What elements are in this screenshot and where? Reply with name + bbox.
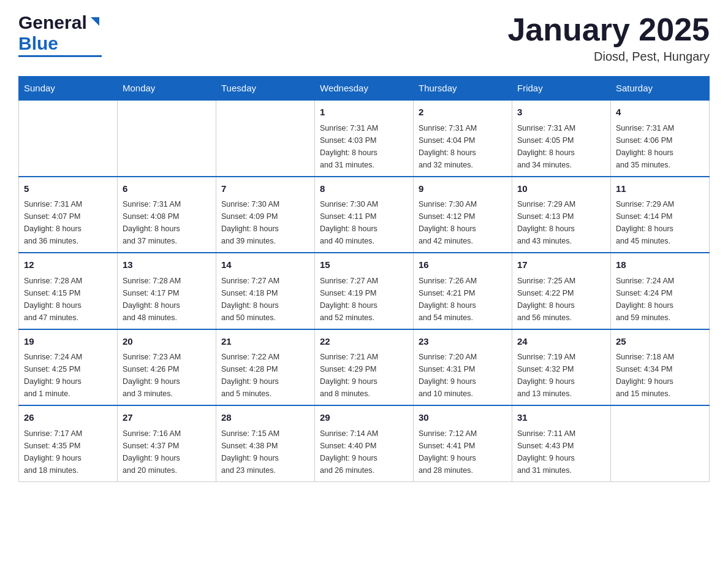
calendar-week-row: 12Sunrise: 7:28 AMSunset: 4:15 PMDayligh… — [19, 253, 710, 329]
day-info: Sunrise: 7:28 AMSunset: 4:15 PMDaylight:… — [24, 275, 112, 324]
day-number: 10 — [517, 182, 605, 196]
day-info: Sunrise: 7:24 AMSunset: 4:25 PMDaylight:… — [24, 351, 112, 400]
day-info: Sunrise: 7:30 AMSunset: 4:12 PMDaylight:… — [419, 198, 507, 247]
day-number: 29 — [320, 411, 408, 425]
calendar-cell: 8Sunrise: 7:30 AMSunset: 4:11 PMDaylight… — [315, 177, 414, 253]
day-number: 9 — [419, 182, 507, 196]
calendar-cell — [216, 100, 315, 177]
day-number: 6 — [123, 182, 211, 196]
day-info: Sunrise: 7:20 AMSunset: 4:31 PMDaylight:… — [419, 351, 507, 400]
day-number: 28 — [221, 411, 309, 425]
day-info: Sunrise: 7:21 AMSunset: 4:29 PMDaylight:… — [320, 351, 408, 400]
day-info: Sunrise: 7:27 AMSunset: 4:19 PMDaylight:… — [320, 275, 408, 324]
calendar-cell — [118, 100, 216, 177]
calendar-cell: 23Sunrise: 7:20 AMSunset: 4:31 PMDayligh… — [414, 329, 512, 406]
calendar-cell: 5Sunrise: 7:31 AMSunset: 4:07 PMDaylight… — [19, 177, 118, 253]
calendar-cell: 22Sunrise: 7:21 AMSunset: 4:29 PMDayligh… — [315, 329, 414, 406]
day-number: 27 — [123, 411, 211, 425]
day-number: 21 — [221, 335, 309, 349]
calendar-cell: 6Sunrise: 7:31 AMSunset: 4:08 PMDaylight… — [118, 177, 216, 253]
calendar-table: SundayMondayTuesdayWednesdayThursdayFrid… — [18, 76, 710, 482]
day-info: Sunrise: 7:29 AMSunset: 4:14 PMDaylight:… — [616, 198, 704, 247]
day-info: Sunrise: 7:24 AMSunset: 4:24 PMDaylight:… — [616, 275, 704, 324]
day-info: Sunrise: 7:22 AMSunset: 4:28 PMDaylight:… — [221, 351, 309, 400]
svg-marker-0 — [91, 17, 99, 26]
logo: General Blue — [18, 12, 102, 57]
logo-general-text: General — [18, 12, 87, 33]
calendar-cell: 13Sunrise: 7:28 AMSunset: 4:17 PMDayligh… — [118, 253, 216, 329]
calendar-cell: 19Sunrise: 7:24 AMSunset: 4:25 PMDayligh… — [19, 329, 118, 406]
day-header-tuesday: Tuesday — [216, 77, 315, 101]
calendar-week-row: 5Sunrise: 7:31 AMSunset: 4:07 PMDaylight… — [19, 177, 710, 253]
day-info: Sunrise: 7:31 AMSunset: 4:06 PMDaylight:… — [616, 122, 704, 171]
calendar-cell: 25Sunrise: 7:18 AMSunset: 4:34 PMDayligh… — [611, 329, 710, 406]
day-number: 1 — [320, 105, 408, 120]
day-number: 30 — [419, 411, 507, 425]
day-number: 17 — [517, 258, 605, 272]
day-number: 14 — [221, 258, 309, 272]
day-info: Sunrise: 7:17 AMSunset: 4:35 PMDaylight:… — [24, 427, 112, 477]
calendar-cell: 18Sunrise: 7:24 AMSunset: 4:24 PMDayligh… — [611, 253, 710, 329]
calendar-cell: 14Sunrise: 7:27 AMSunset: 4:18 PMDayligh… — [216, 253, 315, 329]
calendar-cell — [19, 100, 118, 177]
day-number: 31 — [517, 411, 605, 425]
day-header-wednesday: Wednesday — [315, 77, 414, 101]
day-number: 22 — [320, 335, 408, 349]
logo-arrow-icon — [88, 15, 102, 31]
calendar-cell: 20Sunrise: 7:23 AMSunset: 4:26 PMDayligh… — [118, 329, 216, 406]
calendar-cell: 27Sunrise: 7:16 AMSunset: 4:37 PMDayligh… — [118, 405, 216, 481]
calendar-cell: 9Sunrise: 7:30 AMSunset: 4:12 PMDaylight… — [414, 177, 512, 253]
day-number: 18 — [616, 258, 704, 272]
day-info: Sunrise: 7:30 AMSunset: 4:09 PMDaylight:… — [221, 198, 309, 247]
day-number: 12 — [24, 258, 112, 272]
calendar-cell: 16Sunrise: 7:26 AMSunset: 4:21 PMDayligh… — [414, 253, 512, 329]
day-info: Sunrise: 7:23 AMSunset: 4:26 PMDaylight:… — [123, 351, 211, 400]
day-info: Sunrise: 7:25 AMSunset: 4:22 PMDaylight:… — [517, 275, 605, 324]
calendar-week-row: 19Sunrise: 7:24 AMSunset: 4:25 PMDayligh… — [19, 329, 710, 406]
day-info: Sunrise: 7:29 AMSunset: 4:13 PMDaylight:… — [517, 198, 605, 247]
calendar-cell: 28Sunrise: 7:15 AMSunset: 4:38 PMDayligh… — [216, 405, 315, 481]
calendar-cell: 24Sunrise: 7:19 AMSunset: 4:32 PMDayligh… — [512, 329, 611, 406]
day-header-monday: Monday — [118, 77, 216, 101]
day-number: 8 — [320, 182, 408, 196]
calendar-cell — [611, 405, 710, 481]
calendar-cell: 2Sunrise: 7:31 AMSunset: 4:04 PMDaylight… — [414, 100, 512, 177]
day-info: Sunrise: 7:26 AMSunset: 4:21 PMDaylight:… — [419, 275, 507, 324]
day-number: 23 — [419, 335, 507, 349]
day-number: 19 — [24, 335, 112, 349]
calendar-cell: 10Sunrise: 7:29 AMSunset: 4:13 PMDayligh… — [512, 177, 611, 253]
calendar-title: January 2025 — [507, 12, 710, 47]
day-number: 13 — [123, 258, 211, 272]
day-info: Sunrise: 7:30 AMSunset: 4:11 PMDaylight:… — [320, 198, 408, 247]
day-info: Sunrise: 7:31 AMSunset: 4:05 PMDaylight:… — [517, 122, 605, 171]
calendar-cell: 11Sunrise: 7:29 AMSunset: 4:14 PMDayligh… — [611, 177, 710, 253]
day-number: 16 — [419, 258, 507, 272]
day-number: 25 — [616, 335, 704, 349]
calendar-cell: 30Sunrise: 7:12 AMSunset: 4:41 PMDayligh… — [414, 405, 512, 481]
calendar-cell: 21Sunrise: 7:22 AMSunset: 4:28 PMDayligh… — [216, 329, 315, 406]
day-info: Sunrise: 7:15 AMSunset: 4:38 PMDaylight:… — [221, 427, 309, 477]
day-info: Sunrise: 7:11 AMSunset: 4:43 PMDaylight:… — [517, 427, 605, 477]
calendar-cell: 7Sunrise: 7:30 AMSunset: 4:09 PMDaylight… — [216, 177, 315, 253]
day-number: 5 — [24, 182, 112, 196]
day-info: Sunrise: 7:31 AMSunset: 4:08 PMDaylight:… — [123, 198, 211, 247]
calendar-week-row: 26Sunrise: 7:17 AMSunset: 4:35 PMDayligh… — [19, 405, 710, 481]
day-number: 2 — [419, 105, 507, 120]
day-header-sunday: Sunday — [19, 77, 118, 101]
day-number: 3 — [517, 105, 605, 120]
calendar-cell: 15Sunrise: 7:27 AMSunset: 4:19 PMDayligh… — [315, 253, 414, 329]
day-number: 26 — [24, 411, 112, 425]
calendar-cell: 1Sunrise: 7:31 AMSunset: 4:03 PMDaylight… — [315, 100, 414, 177]
day-number: 24 — [517, 335, 605, 349]
day-number: 15 — [320, 258, 408, 272]
day-info: Sunrise: 7:16 AMSunset: 4:37 PMDaylight:… — [123, 427, 211, 477]
calendar-cell: 26Sunrise: 7:17 AMSunset: 4:35 PMDayligh… — [19, 405, 118, 481]
title-area: January 2025 Diosd, Pest, Hungary — [507, 12, 710, 64]
day-info: Sunrise: 7:12 AMSunset: 4:41 PMDaylight:… — [419, 427, 507, 477]
day-info: Sunrise: 7:28 AMSunset: 4:17 PMDaylight:… — [123, 275, 211, 324]
day-header-friday: Friday — [512, 77, 611, 101]
day-info: Sunrise: 7:18 AMSunset: 4:34 PMDaylight:… — [616, 351, 704, 400]
calendar-cell: 4Sunrise: 7:31 AMSunset: 4:06 PMDaylight… — [611, 100, 710, 177]
calendar-subtitle: Diosd, Pest, Hungary — [507, 50, 710, 64]
calendar-cell: 29Sunrise: 7:14 AMSunset: 4:40 PMDayligh… — [315, 405, 414, 481]
